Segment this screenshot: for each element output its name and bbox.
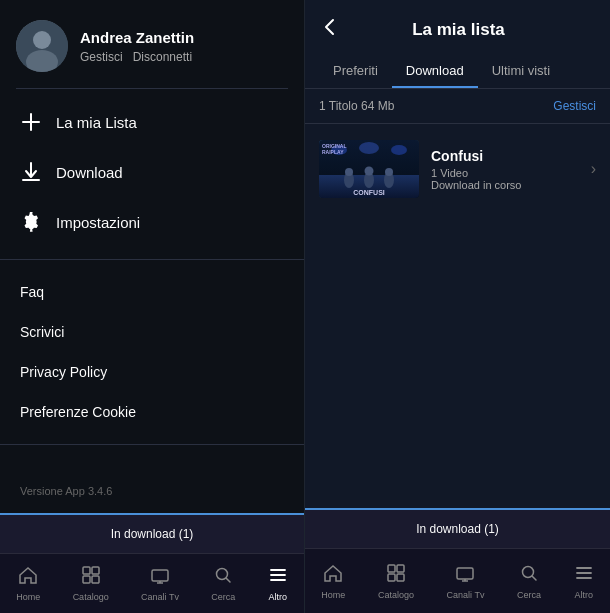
spacer [305, 326, 610, 508]
search-icon-right [519, 563, 539, 588]
tab-catalog-label-right: Catalogo [378, 590, 414, 600]
menu-icon-right [574, 563, 594, 588]
svg-rect-33 [397, 565, 404, 572]
version-text: Versione App 3.4.6 [0, 469, 304, 513]
svg-point-26 [345, 168, 353, 176]
tab-home-label-right: Home [321, 590, 345, 600]
disconnetti-link[interactable]: Disconnetti [133, 50, 192, 64]
scrivici-item[interactable]: Scrivici [0, 312, 304, 352]
home-icon-left [18, 565, 38, 590]
tab-bar-left: Home Catalogo Can [0, 553, 304, 613]
divider-2 [0, 259, 304, 260]
content-list: ORIGINALRAIPLAY [305, 124, 610, 326]
avatar [16, 20, 68, 72]
user-name: Andrea Zanettin [80, 29, 194, 46]
user-actions: Gestisci Disconnetti [80, 50, 194, 64]
user-info: Andrea Zanettin Gestisci Disconnetti [80, 29, 194, 64]
tab-search-left[interactable]: Cerca [203, 561, 243, 606]
svg-rect-10 [83, 576, 90, 583]
settings-label: Impostazioni [56, 214, 140, 231]
svg-point-30 [385, 168, 393, 176]
tab-bar-right: Home Catalogo Can [305, 548, 610, 613]
in-download-banner-left[interactable]: In download (1) [0, 513, 304, 553]
svg-point-39 [523, 566, 534, 577]
content-meta1-confusi: 1 Video [431, 167, 579, 179]
tab-search-label-right: Cerca [517, 590, 541, 600]
plus-icon [20, 111, 42, 133]
secondary-nav: Faq Scrivici Privacy Policy Preferenze C… [0, 264, 304, 440]
content-meta2-confusi: Download in corso [431, 179, 579, 191]
tv-icon-right [455, 563, 475, 588]
svg-rect-12 [152, 570, 168, 581]
catalog-icon-left [81, 565, 101, 590]
svg-point-15 [217, 569, 228, 580]
catalog-icon-right [386, 563, 406, 588]
tab-other-right[interactable]: Altro [566, 559, 602, 604]
menu-icon-left [268, 565, 288, 590]
svg-rect-9 [92, 567, 99, 574]
content-item-confusi[interactable]: ORIGINALRAIPLAY [319, 134, 596, 204]
gestisci-button[interactable]: Gestisci [553, 99, 596, 113]
tab-catalog-left[interactable]: Catalogo [65, 561, 117, 606]
nav-items: La mia Lista Download Impost [0, 89, 304, 255]
in-download-text-right: In download (1) [416, 522, 499, 536]
svg-line-40 [533, 576, 537, 580]
chevron-right-icon: › [591, 160, 596, 178]
svg-point-1 [33, 31, 51, 49]
tab-preferiti[interactable]: Preferiti [319, 55, 392, 88]
nav-item-my-list[interactable]: La mia Lista [0, 97, 304, 147]
svg-point-28 [365, 167, 374, 176]
left-panel: Andrea Zanettin Gestisci Disconnetti La … [0, 0, 305, 613]
svg-rect-11 [92, 576, 99, 583]
tab-download[interactable]: Download [392, 55, 478, 88]
download-icon [20, 161, 42, 183]
tv-icon-left [150, 565, 170, 590]
right-header: La mia lista [305, 0, 610, 55]
tab-tv-right[interactable]: Canali Tv [439, 559, 493, 604]
my-list-label: La mia Lista [56, 114, 137, 131]
user-section: Andrea Zanettin Gestisci Disconnetti [0, 0, 304, 88]
svg-point-24 [391, 145, 407, 155]
tab-other-left[interactable]: Altro [260, 561, 296, 606]
info-text: 1 Titolo 64 Mb [319, 99, 394, 113]
in-download-text-left: In download (1) [111, 527, 194, 541]
gear-icon [20, 211, 42, 233]
download-label: Download [56, 164, 123, 181]
svg-text:CONFUSI: CONFUSI [353, 189, 385, 196]
tab-catalog-right[interactable]: Catalogo [370, 559, 422, 604]
tab-home-left[interactable]: Home [8, 561, 48, 606]
right-panel-title: La mia lista [351, 20, 566, 40]
nav-item-download[interactable]: Download [0, 147, 304, 197]
svg-rect-32 [388, 565, 395, 572]
tab-tv-left[interactable]: Canali Tv [133, 561, 187, 606]
content-info-confusi: Confusi 1 Video Download in corso [431, 148, 579, 191]
tab-home-label-left: Home [16, 592, 40, 602]
tabs-row: Preferiti Download Ultimi visti [305, 55, 610, 89]
back-button[interactable] [319, 16, 341, 43]
home-icon-right [323, 563, 343, 588]
tab-tv-label-right: Canali Tv [447, 590, 485, 600]
faq-item[interactable]: Faq [0, 272, 304, 312]
svg-rect-8 [83, 567, 90, 574]
tab-other-label-right: Altro [574, 590, 593, 600]
privacy-item[interactable]: Privacy Policy [0, 352, 304, 392]
tab-home-right[interactable]: Home [313, 559, 353, 604]
tab-search-right[interactable]: Cerca [509, 559, 549, 604]
tab-catalog-label-left: Catalogo [73, 592, 109, 602]
divider-3 [0, 444, 304, 445]
nav-item-settings[interactable]: Impostazioni [0, 197, 304, 247]
svg-point-23 [359, 142, 379, 154]
svg-rect-34 [388, 574, 395, 581]
thumbnail-confusi: ORIGINALRAIPLAY [319, 140, 419, 198]
tab-ultimi-visti[interactable]: Ultimi visti [478, 55, 565, 88]
in-download-banner-right[interactable]: In download (1) [305, 508, 610, 548]
info-bar: 1 Titolo 64 Mb Gestisci [305, 89, 610, 124]
right-panel: La mia lista Preferiti Download Ultimi v… [305, 0, 610, 613]
cookies-item[interactable]: Preferenze Cookie [0, 392, 304, 432]
search-icon-left [213, 565, 233, 590]
tab-search-label-left: Cerca [211, 592, 235, 602]
gestisci-link[interactable]: Gestisci [80, 50, 123, 64]
svg-rect-36 [457, 568, 473, 579]
content-title-confusi: Confusi [431, 148, 579, 164]
tab-tv-label-left: Canali Tv [141, 592, 179, 602]
